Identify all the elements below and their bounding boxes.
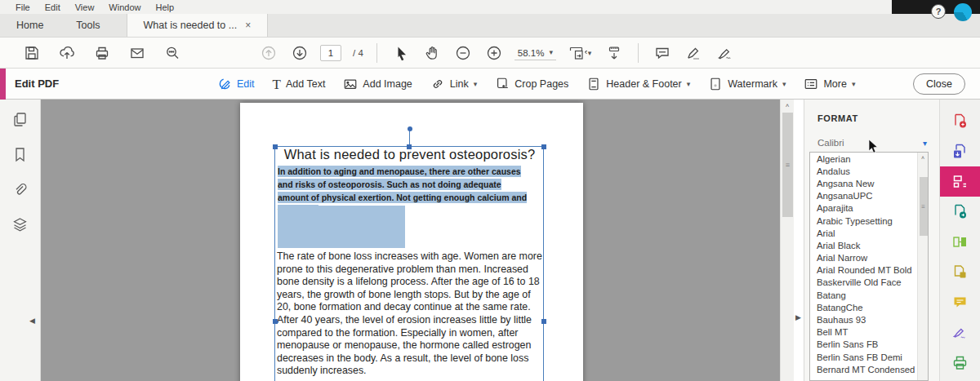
layers-icon[interactable] [11, 216, 29, 233]
zoom-out-button[interactable] [452, 42, 474, 64]
collapse-right-panel-icon[interactable]: ▶ [795, 313, 801, 321]
font-list-scroll-up-icon[interactable]: ˄ [918, 153, 928, 163]
print-button[interactable] [91, 42, 113, 64]
previous-page-button[interactable] [258, 42, 279, 64]
fill-and-sign-tool[interactable] [940, 317, 980, 348]
font-option[interactable]: Andalus [810, 165, 928, 177]
chevron-down-icon: ▾ [474, 81, 478, 88]
font-option[interactable]: Berlin Sans FB Demi [810, 351, 928, 363]
selection-handle-top-center[interactable] [407, 144, 412, 149]
font-list-scrollbar[interactable]: ˄ ≡ [917, 153, 928, 381]
bookmarks-icon[interactable] [11, 146, 29, 163]
edit-pdf-tool[interactable] [940, 166, 980, 197]
page-thumbnails-icon[interactable] [11, 111, 29, 128]
header-footer-dropdown[interactable]: Header & Footer ▾ [586, 77, 690, 91]
comment-tool-button[interactable] [652, 42, 673, 64]
highlighter-tool-button[interactable] [683, 42, 704, 64]
menu-item[interactable]: File [8, 2, 38, 12]
scrolling-mode-button[interactable] [604, 42, 625, 64]
hand-tool-button[interactable] [421, 42, 443, 64]
share-for-review-tool[interactable] [940, 257, 980, 287]
next-page-button[interactable] [289, 42, 310, 64]
tab-tools[interactable]: Tools [60, 14, 116, 37]
tab-tools-label: Tools [76, 20, 100, 31]
main-area: ◀ What is needed to prevent osteoporosis… [0, 100, 980, 381]
menu-item[interactable]: Edit [38, 2, 68, 12]
edit-tool-button[interactable]: Edit [217, 77, 255, 91]
text-icon: T [273, 78, 281, 91]
email-button[interactable] [127, 42, 148, 64]
font-option[interactable]: Bauhaus 93 [810, 313, 928, 326]
close-button[interactable]: Close [913, 73, 965, 95]
watermark-dropdown[interactable]: Watermark ▾ [708, 77, 786, 91]
scrollbar-thumb[interactable]: ≡ [782, 113, 793, 217]
comment-tool[interactable] [940, 287, 980, 317]
text-selection-box[interactable] [274, 146, 544, 381]
toolbar-divider [638, 43, 639, 63]
add-image-button[interactable]: Add Image [343, 77, 412, 91]
font-list[interactable]: AlgerianAndalusAngsana NewAngsanaUPCApar… [809, 152, 929, 381]
collapse-left-panel-icon[interactable]: ◀ [29, 317, 35, 325]
select-tool-button[interactable] [390, 42, 412, 64]
crop-pages-button[interactable]: Crop Pages [495, 77, 568, 91]
fit-width-button[interactable]: ▾ [566, 42, 594, 64]
share-upload-button[interactable] [56, 42, 78, 64]
selection-handle-top-right[interactable] [541, 144, 546, 149]
font-option[interactable]: Arabic Typesetting [810, 215, 928, 227]
pdf-editor-window: FileEditViewWindowHelp Home Tools What i… [0, 0, 980, 381]
add-text-button[interactable]: T Add Text [273, 78, 326, 91]
avatar[interactable] [954, 3, 972, 21]
font-option[interactable]: Aparajita [810, 202, 928, 215]
organize-pages-tool[interactable] [940, 227, 980, 257]
font-list-scrollbar-thumb[interactable]: ≡ [920, 177, 928, 236]
selection-handle-top-left[interactable] [273, 144, 278, 149]
selection-handle-middle-left[interactable] [273, 319, 278, 324]
font-option[interactable]: Arial [810, 227, 928, 239]
help-icon[interactable]: ? [931, 4, 946, 19]
font-option[interactable]: Angsana New [810, 177, 928, 189]
font-option[interactable]: Bernard MT Condensed [810, 363, 928, 375]
print-production-tool[interactable] [940, 348, 980, 378]
sign-tool-button[interactable] [714, 42, 735, 64]
link-dropdown[interactable]: Link ▾ [430, 77, 477, 91]
font-option[interactable]: Algerian [810, 153, 928, 165]
link-label: Link [450, 78, 469, 90]
create-pdf-tool[interactable] [940, 106, 980, 136]
font-option[interactable]: Batang [810, 289, 928, 301]
menu-item[interactable]: Window [101, 2, 148, 12]
chevron-down-icon: ▾ [852, 81, 856, 88]
tab-document-label: What is needed to ... [144, 20, 238, 31]
font-option[interactable]: Baskerville Old Face [810, 277, 928, 289]
page-number-input[interactable] [320, 45, 341, 61]
selection-handle-middle-right[interactable] [541, 319, 546, 324]
document-scrollbar[interactable]: ˄ ≡ [780, 100, 794, 381]
search-icon[interactable] [162, 42, 183, 64]
font-option[interactable]: Arial Rounded MT Bold [810, 264, 928, 277]
menu-item[interactable]: View [68, 2, 102, 12]
tab-close-icon[interactable]: × [245, 20, 251, 30]
attachments-icon[interactable] [11, 181, 29, 198]
font-option[interactable]: Berlin Sans FB [810, 339, 928, 351]
font-option[interactable]: BatangChe [810, 301, 928, 313]
pdf-page[interactable]: What is needed to prevent osteoporosis? … [240, 103, 583, 381]
crop-icon [495, 77, 510, 91]
save-button[interactable] [21, 42, 42, 64]
scroll-up-icon[interactable]: ˄ [781, 100, 794, 112]
tab-document[interactable]: What is needed to ... × [127, 14, 269, 37]
font-option[interactable]: Arial Black [810, 239, 928, 251]
zoom-in-button[interactable] [483, 42, 505, 64]
zoom-level-dropdown[interactable]: 58.1% ▾ [514, 47, 556, 60]
document-canvas[interactable]: What is needed to prevent osteoporosis? … [41, 100, 780, 381]
tab-home-label: Home [16, 20, 43, 31]
more-dropdown[interactable]: More ▾ [804, 77, 855, 91]
watermark-icon [708, 77, 723, 91]
export-pdf-tool[interactable] [940, 197, 980, 227]
selection-rotate-handle[interactable] [408, 126, 412, 131]
font-option[interactable]: Bell MT [810, 326, 928, 339]
font-option[interactable]: Arial Narrow [810, 252, 928, 264]
tab-home[interactable]: Home [0, 14, 60, 37]
menu-item[interactable]: Help [148, 2, 181, 12]
toolbar-divider [376, 43, 377, 63]
font-option[interactable]: AngsanaUPC [810, 190, 928, 202]
combine-files-tool[interactable] [940, 136, 980, 166]
